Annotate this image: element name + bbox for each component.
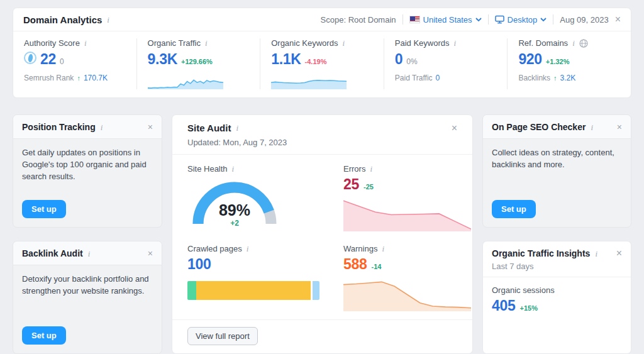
desktop-icon (495, 15, 504, 24)
close-icon[interactable]: × (452, 123, 457, 133)
warnings-value: 588 (343, 256, 367, 273)
setup-button[interactable]: Set up (492, 200, 536, 218)
info-icon[interactable]: i (369, 165, 373, 173)
divider (402, 14, 403, 25)
warnings-change: -14 (371, 263, 381, 270)
gauge-change: +2 (187, 219, 282, 228)
errors-trend-chart (343, 198, 471, 231)
info-icon[interactable]: i (100, 123, 104, 131)
info-icon[interactable]: i (590, 123, 594, 131)
sub-value[interactable]: 170.7K (84, 74, 108, 82)
close-icon[interactable]: × (617, 123, 622, 131)
info-icon[interactable]: i (572, 39, 575, 47)
metric-label: Authority Score (24, 38, 80, 48)
up-arrow-icon: ↑ (77, 74, 80, 82)
sub-label: Semrush Rank (24, 74, 74, 82)
sub-value[interactable]: 3.2K (560, 74, 576, 82)
us-flag-icon (409, 16, 420, 23)
metric-value: 0 (395, 51, 403, 68)
info-icon[interactable]: i (246, 245, 250, 253)
info-icon[interactable]: i (381, 245, 385, 253)
card-description: Get daily updates on positions in Google… (22, 147, 153, 183)
metric-change: 0% (406, 57, 417, 66)
widget-label: Warnings (343, 244, 377, 253)
info-icon[interactable]: i (235, 124, 239, 132)
widgets-row: Position Tracking i × Get daily updates … (13, 114, 631, 354)
crawled-pages-widget: Crawled pages i 100 (187, 244, 319, 311)
site-audit-card: Site Audit i × Updated: Mon, Aug 7, 2023… (172, 114, 473, 354)
metric-change: +129.66% (181, 58, 213, 65)
errors-change: -25 (364, 183, 374, 191)
sessions-change: +15% (519, 304, 537, 312)
warnings-widget: Warnings i 588 -14 (343, 244, 471, 311)
globe-icon[interactable] (579, 39, 588, 48)
crawled-pages-bar (187, 281, 319, 300)
info-icon[interactable]: i (87, 250, 91, 258)
date-label: Aug 09, 2023 (560, 15, 608, 25)
info-icon[interactable]: i (84, 39, 87, 47)
metric-value: 1.1K (271, 51, 301, 68)
close-icon[interactable]: × (148, 123, 153, 131)
backlink-audit-card: Backlink Audit i × Detoxify your backlin… (13, 241, 162, 354)
metric-change: 0 (60, 57, 64, 66)
metric-label: Organic Traffic (148, 38, 201, 48)
authority-score-icon (24, 52, 36, 64)
sessions-value: 405 (492, 297, 515, 314)
view-full-report-button[interactable]: View full report (187, 327, 258, 345)
organic-traffic-sparkline (148, 72, 223, 89)
device-label: Desktop (508, 15, 538, 25)
card-title: Position Tracking (22, 122, 96, 132)
info-icon[interactable]: i (341, 39, 345, 47)
updated-label: Updated: Mon, Aug 7, 2023 (187, 138, 457, 147)
bar-segment-blocked-blue (313, 281, 319, 300)
bar-segment-warning-yellow (196, 281, 311, 300)
chevron-down-icon (540, 18, 547, 21)
info-icon[interactable]: i (106, 16, 110, 24)
domain-analytics-dashboard: Domain Analytics i Scope: Root Domain Un… (0, 0, 644, 354)
page-title: Domain Analytics (23, 14, 102, 25)
errors-widget: Errors i 25 -25 (343, 164, 471, 231)
sub-value[interactable]: 0 (436, 74, 440, 82)
country-selector[interactable]: United States (409, 15, 482, 25)
crawled-pages-value: 100 (187, 256, 211, 273)
card-title: Backlink Audit (22, 248, 83, 258)
metrics-row: Authority Score i 22 0 Semrush Rank ↑ 17… (13, 31, 631, 97)
metric-label: Paid Keywords (395, 38, 450, 48)
info-icon[interactable]: i (231, 165, 235, 173)
card-title: Organic Traffic Insights (492, 248, 590, 258)
card-title: Site Audit (187, 123, 231, 133)
metric-organic-traffic: Organic Traffic i 9.3K +129.66% (136, 38, 260, 89)
metric-ref-domains: Ref. Domains i 920 +1.32% Backlinks ↑ 3.… (507, 38, 631, 89)
site-health-gauge: 89% +2 (187, 179, 282, 230)
close-icon[interactable]: × (615, 14, 621, 25)
metric-label: Ref. Domains (518, 38, 568, 48)
gauge-value: 89% (187, 201, 282, 219)
sub-label: Backlinks (518, 74, 550, 82)
setup-button[interactable]: Set up (22, 326, 66, 345)
chevron-down-icon (475, 18, 482, 21)
metric-change: -4.19% (305, 58, 327, 65)
info-icon[interactable]: i (453, 39, 457, 47)
card-description: Detoxify your backlink portfolio and str… (22, 274, 153, 297)
info-icon[interactable]: i (594, 250, 598, 258)
site-health-widget: Site Health i 89% +2 (187, 164, 319, 231)
metric-label: Organic Keywords (271, 38, 338, 48)
card-description: Collect ideas on strategy, content, back… (492, 147, 622, 171)
metric-authority-score: Authority Score i 22 0 Semrush Rank ↑ 17… (13, 38, 136, 89)
close-icon[interactable]: × (148, 249, 153, 258)
metric-change: +1.32% (546, 58, 570, 65)
metric-organic-keywords: Organic Keywords i 1.1K -4.19% (260, 38, 384, 89)
setup-button[interactable]: Set up (22, 200, 66, 218)
sub-label: Paid Traffic (395, 74, 433, 82)
up-arrow-icon: ↑ (553, 74, 557, 82)
metric-value: 22 (40, 51, 56, 68)
metric-value: 9.3K (148, 51, 177, 68)
errors-value: 25 (343, 176, 359, 193)
device-selector[interactable]: Desktop (495, 15, 547, 25)
info-icon[interactable]: i (204, 39, 208, 47)
domain-overview-panel: Domain Analytics i Scope: Root Domain Un… (13, 8, 631, 98)
close-icon[interactable]: × (616, 248, 622, 258)
warnings-trend-chart (343, 278, 471, 311)
period-label: Last 7 days (492, 262, 622, 271)
position-tracking-card: Position Tracking i × Get daily updates … (13, 114, 162, 228)
